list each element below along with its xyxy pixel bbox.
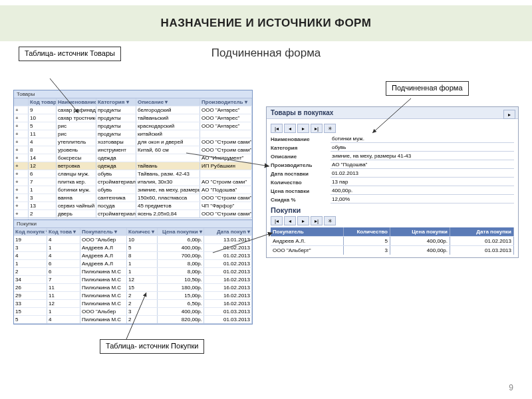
table-row[interactable]: ООО "Альберт"3400,00р.01.03.2013 [271, 245, 514, 255]
subform-tovary-v-pokupkah: ▸ Товары в покупках |◂◂▸▸|✳ Наименование… [266, 106, 519, 258]
form-field-value[interactable]: 13 пар [331, 178, 514, 186]
column-header[interactable]: Количество [344, 227, 390, 236]
table-row[interactable]: 44Андреев А.Л8700,00р.01.02.2013 [14, 251, 252, 259]
column-header[interactable]: Код товара ▾ [29, 98, 57, 106]
column-header[interactable]: Дата покуп ▾ [204, 228, 252, 235]
table-row[interactable]: 54Пилюлкина М.С2820,00р.01.03.2013 [14, 315, 252, 324]
table-row[interactable]: +8уровеньинструментКитай, 60 смООО "Стро… [14, 146, 252, 154]
form-field: Цена поставки400,00р. [271, 187, 514, 195]
callout-table-pokupki: Таблица- источник Покупки [100, 339, 204, 354]
subform-title: Товары в покупках [267, 107, 518, 119]
datasheet-pokupki[interactable]: Покупки Код покупк ▾Код това ▾Покупатель… [13, 219, 253, 325]
table-row[interactable]: +6сланцы муж.обувьТайвань, разм. 42-43 [14, 170, 252, 178]
column-header[interactable]: Категория ▾ [96, 98, 136, 106]
column-header[interactable]: Цена покупки [390, 227, 450, 236]
form-field: Количество13 пар [271, 178, 514, 186]
table-row[interactable]: 31Андреев А.Л5400,00р.01.02.2013 [14, 243, 252, 251]
column-header[interactable]: Наименование ▾ [57, 98, 96, 106]
form-field: Дата поставки01.02.2013 [271, 170, 514, 178]
column-header[interactable] [14, 98, 29, 106]
nav-button[interactable]: ✳ [324, 216, 336, 225]
table-row[interactable]: +5риспродуктыкраснодарскийООО "Антарес" [14, 122, 252, 130]
column-header[interactable]: Код това ▾ [47, 228, 80, 235]
table-row[interactable]: +4утеплительхозтоварыдля окон и дверейОО… [14, 138, 252, 146]
table-row[interactable]: +13сервиз чайныйпосуда45 предметовЧП "Фа… [14, 201, 252, 209]
table-row[interactable]: 26Пилюлкина М.С18,00р.01.02.2013 [14, 267, 252, 275]
form-field: Описаниезимние, на меху, размеры 41-43 [271, 152, 514, 160]
form-field-value[interactable]: АО "Подошва" [331, 161, 514, 169]
form-field-value[interactable]: 400,00р. [331, 187, 514, 195]
column-header[interactable]: Описание ▾ [136, 98, 200, 106]
nav-button[interactable]: ◂ [284, 124, 296, 133]
table-row[interactable]: +12ветровкаодеждатайваньИП Рубашкин [14, 162, 252, 170]
nav-button[interactable]: ▸ [297, 216, 309, 225]
table-row[interactable]: +10сахар тростниковыйпродуктытайваньский… [14, 114, 252, 122]
nav-button[interactable]: |◂ [271, 124, 283, 133]
table-row[interactable]: 151ООО "Альбер3400,00р.01.03.2013 [14, 307, 252, 315]
nav-button[interactable]: |◂ [271, 216, 283, 225]
form-field: Скидка %12,00% [271, 196, 514, 203]
column-header[interactable]: Количес ▾ [127, 228, 158, 235]
table-row[interactable]: +11риспродуктыкитайский [14, 130, 252, 138]
datasheet-tovary[interactable]: Товары Код товара ▾Наименование ▾Категор… [13, 90, 253, 227]
column-header[interactable]: Код покупк ▾ [14, 228, 47, 235]
table-row[interactable]: +3ваннасантехника150х60, пластмассаООО "… [14, 194, 252, 201]
table-row[interactable]: +9сахар рафинадпродуктыбелгородскийООО "… [14, 106, 252, 114]
form-field-value[interactable]: 01.02.2013 [331, 170, 514, 178]
table-row[interactable]: 3312Пилюлкина М.С26,50р.16.02.2013 [14, 299, 252, 307]
table-row[interactable]: Андреев А.Л.5400,00р.01.02.2013 [271, 236, 514, 245]
column-header[interactable]: Покупатель [271, 227, 344, 236]
close-button[interactable]: ▸ [503, 110, 515, 119]
table-row[interactable]: 347Пилюлкина М.С1210,50р.16.02.2013 [14, 275, 252, 283]
form-field: ПроизводительАО "Подошва" [271, 161, 514, 169]
column-header[interactable]: Дата покупки [450, 227, 514, 236]
form-field-value[interactable]: обувь [331, 144, 514, 152]
form-field: Наименованиеботинки муж. [271, 135, 514, 143]
table-row[interactable]: +14боксресыодеждаАО "Инструмент" [14, 154, 252, 162]
callout-subform: Подчиненная форма [386, 81, 469, 96]
nav-button[interactable]: ◂ [284, 216, 296, 225]
table-row[interactable]: +7плитка кер.стройматериалиталия, 30х30А… [14, 178, 252, 186]
form-field-value[interactable]: 12,00% [331, 196, 514, 203]
tab-tovary[interactable]: Товары [14, 90, 252, 98]
tab-pokupki[interactable]: Покупки [14, 220, 252, 228]
column-header[interactable]: Цена покупки ▾ [158, 228, 204, 235]
table-row[interactable]: 194ООО "Альбер106,00р.13.01.2013 [14, 235, 252, 243]
table-row[interactable]: 2911Пилюлкина М.С215,00р.16.02.2013 [14, 291, 252, 299]
table-row[interactable]: +1ботинки муж.обувьзимние, на меху, разм… [14, 186, 252, 194]
column-header[interactable]: Производитель ▾ [200, 98, 252, 106]
column-header[interactable]: Покупатель ▾ [80, 228, 127, 235]
form-field: Категорияобувь [271, 144, 514, 152]
nav-button[interactable]: ▸| [311, 124, 323, 133]
table-row[interactable]: 2611Пилюлкина М.С15180,00р.16.02.2013 [14, 283, 252, 291]
form-field-value[interactable]: зимние, на меху, размеры 41-43 [331, 152, 514, 160]
page-number: 9 [509, 383, 513, 392]
nav-button[interactable]: ▸| [311, 216, 323, 225]
form-field-value[interactable]: ботинки муж. [331, 135, 514, 143]
table-row[interactable]: +2дверьстройматериалясень 2,05х0,84ООО "… [14, 209, 252, 218]
callout-table-tovary: Таблица- источник Товары [19, 47, 121, 61]
nav-button[interactable]: ▸ [297, 124, 309, 133]
table-row[interactable]: 16Андреев А.Л18,00р.01.02.2013 [14, 259, 252, 267]
nav-button[interactable]: ✳ [324, 124, 336, 133]
subform-section-title: Покупки [271, 206, 514, 214]
page-title: НАЗНАЧЕНИЕ И ИСТОЧНИКИ ФОРМ [161, 17, 372, 30]
